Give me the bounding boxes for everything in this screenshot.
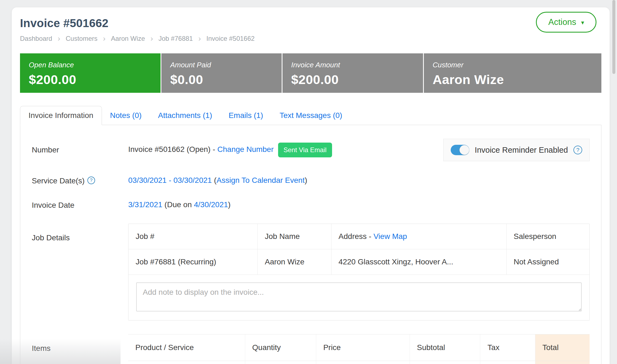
invoice-date-row: Invoice Date 3/31/2021 (Due on 4/30/2021… bbox=[32, 199, 590, 210]
job-details-label: Job Details bbox=[32, 224, 128, 242]
tab-attachments[interactable]: Attachments (1) bbox=[150, 106, 221, 125]
stat-label: Amount Paid bbox=[170, 61, 273, 69]
quantity-header: Quantity bbox=[245, 334, 316, 361]
stat-cards: Open Balance $200.00 Amount Paid $0.00 I… bbox=[20, 53, 601, 93]
invoice-date-link[interactable]: 3/31/2021 bbox=[128, 200, 162, 209]
job-number-header: Job # bbox=[128, 224, 258, 249]
paren: ( bbox=[212, 176, 216, 184]
total-cell: $200.00 bbox=[535, 361, 590, 364]
job-details-box: Job # Job Name Address - View Map Salesp… bbox=[128, 224, 590, 320]
invoice-note-wrapper bbox=[128, 275, 589, 320]
job-details-table: Job # Job Name Address - View Map Salesp… bbox=[128, 224, 589, 275]
number-value: Invoice #501662 (Open) - Change NumberSe… bbox=[128, 143, 332, 157]
invoice-date-label: Invoice Date bbox=[32, 199, 128, 210]
stat-invoice-amount: Invoice Amount $200.00 bbox=[282, 53, 423, 93]
subtotal-header: Subtotal bbox=[410, 334, 480, 361]
sent-via-email-badge: Sent Via Email bbox=[278, 143, 332, 157]
invoice-number-text: Invoice #501662 (Open) - bbox=[128, 145, 217, 154]
stat-label: Open Balance bbox=[29, 61, 152, 69]
stat-open-balance: Open Balance $200.00 bbox=[20, 53, 161, 93]
tab-invoice-information[interactable]: Invoice Information bbox=[20, 106, 102, 125]
due-on-text: (Due on bbox=[162, 200, 194, 209]
help-icon[interactable]: ? bbox=[87, 177, 95, 184]
due-date-link[interactable]: 4/30/2021 bbox=[194, 200, 228, 209]
stat-label: Customer bbox=[433, 61, 593, 69]
items-row: Items Product / Service Quantity Price S… bbox=[32, 334, 590, 364]
service-dates-row: Service Date(s)? 03/30/2021 - 03/30/2021… bbox=[32, 175, 590, 186]
stat-label: Invoice Amount bbox=[291, 61, 414, 69]
change-number-link[interactable]: Change Number bbox=[217, 145, 273, 154]
price-cell: $200.00 / Ea bbox=[316, 361, 410, 364]
product-service-header: Product / Service bbox=[128, 334, 245, 361]
breadcrumb-separator: › bbox=[198, 35, 201, 42]
tab-text-messages[interactable]: Text Messages (0) bbox=[271, 106, 350, 125]
number-label: Number bbox=[32, 146, 128, 154]
tab-emails[interactable]: Emails (1) bbox=[220, 106, 271, 125]
assign-to-calendar-event-link[interactable]: Assign To Calendar Event bbox=[216, 176, 305, 184]
service-dates-label-text: Service Date(s) bbox=[32, 177, 85, 185]
chevron-down-icon: ▾ bbox=[581, 20, 584, 26]
breadcrumb-item-job[interactable]: Job #76881 bbox=[158, 35, 193, 42]
paren: ) bbox=[228, 200, 230, 209]
stat-customer: Customer Aaron Wize bbox=[424, 53, 601, 93]
breadcrumb: Dashboard › Customers › Aaron Wize › Job… bbox=[20, 35, 601, 42]
job-name-header: Job Name bbox=[258, 224, 331, 249]
job-details-row: Job Details Job # Job Name Address - Vie… bbox=[32, 224, 590, 320]
invoice-note-input[interactable] bbox=[136, 282, 582, 311]
subtotal-cell: $200.00 bbox=[410, 361, 480, 364]
address-header-text: Address - bbox=[339, 232, 374, 241]
items-table-row: Monthy Rate 1.00 $200.00 / Ea $200.00 $0… bbox=[128, 361, 590, 364]
quantity-cell: 1.00 bbox=[245, 361, 316, 364]
breadcrumb-separator: › bbox=[103, 35, 105, 42]
invoice-information-panel: Number Invoice #501662 (Open) - Change N… bbox=[20, 125, 601, 364]
tax-cell: $0.00 bbox=[480, 361, 535, 364]
tax-header: Tax bbox=[480, 334, 535, 361]
number-row: Number Invoice #501662 (Open) - Change N… bbox=[32, 139, 590, 161]
tab-bar: Invoice Information Notes (0) Attachment… bbox=[20, 106, 601, 125]
price-header: Price bbox=[316, 334, 410, 361]
total-header: Total bbox=[535, 334, 590, 361]
page-scrollbar[interactable] bbox=[612, 0, 615, 74]
actions-button-label: Actions bbox=[548, 17, 576, 27]
service-date-range-link[interactable]: 03/30/2021 - 03/30/2021 bbox=[128, 176, 212, 184]
items-table: Product / Service Quantity Price Subtota… bbox=[128, 334, 590, 364]
page-title: Invoice #501662 bbox=[20, 17, 601, 30]
help-icon[interactable]: ? bbox=[573, 146, 582, 154]
service-dates-value: 03/30/2021 - 03/30/2021 (Assign To Calen… bbox=[128, 175, 307, 186]
stat-value: $0.00 bbox=[170, 72, 273, 87]
breadcrumb-separator: › bbox=[58, 35, 60, 42]
product-cell: Monthy Rate bbox=[128, 361, 245, 364]
salesperson-cell: Not Assigned bbox=[506, 249, 589, 275]
page-header: Invoice #501662 Dashboard › Customers › … bbox=[20, 7, 601, 42]
job-details-table-row: Job #76881 (Recurring) Aaron Wize 4220 G… bbox=[128, 249, 589, 275]
items-label: Items bbox=[32, 334, 128, 353]
invoice-page-card: Invoice #501662 Dashboard › Customers › … bbox=[12, 7, 610, 364]
actions-button[interactable]: Actions ▾ bbox=[536, 12, 596, 33]
breadcrumb-separator: › bbox=[150, 35, 153, 42]
breadcrumb-item-customers[interactable]: Customers bbox=[66, 35, 98, 42]
stat-value: $200.00 bbox=[291, 72, 414, 87]
stat-value: Aaron Wize bbox=[433, 72, 593, 87]
job-number-cell: Job #76881 (Recurring) bbox=[128, 249, 258, 275]
tab-notes[interactable]: Notes (0) bbox=[102, 106, 150, 125]
toggle-knob bbox=[459, 145, 469, 155]
address-header: Address - View Map bbox=[331, 224, 506, 249]
invoice-reminder-toggle[interactable] bbox=[451, 145, 469, 155]
stat-value: $200.00 bbox=[29, 72, 152, 87]
paren: ) bbox=[305, 176, 307, 184]
invoice-reminder-label: Invoice Reminder Enabled bbox=[475, 146, 568, 155]
salesperson-header: Salesperson bbox=[506, 224, 589, 249]
breadcrumb-item-dashboard[interactable]: Dashboard bbox=[20, 35, 52, 42]
stat-amount-paid: Amount Paid $0.00 bbox=[161, 53, 281, 93]
service-dates-label: Service Date(s)? bbox=[32, 175, 128, 185]
breadcrumb-item-customer-name[interactable]: Aaron Wize bbox=[111, 35, 145, 42]
view-map-link[interactable]: View Map bbox=[373, 232, 407, 241]
invoice-date-value: 3/31/2021 (Due on 4/30/2021) bbox=[128, 199, 231, 210]
breadcrumb-item-invoice: Invoice #501662 bbox=[206, 35, 255, 42]
job-name-cell: Aaron Wize bbox=[258, 249, 331, 275]
invoice-reminder-box: Invoice Reminder Enabled ? bbox=[443, 139, 590, 161]
address-cell: 4220 Glasscott Xingz, Hoover A... bbox=[331, 249, 506, 275]
